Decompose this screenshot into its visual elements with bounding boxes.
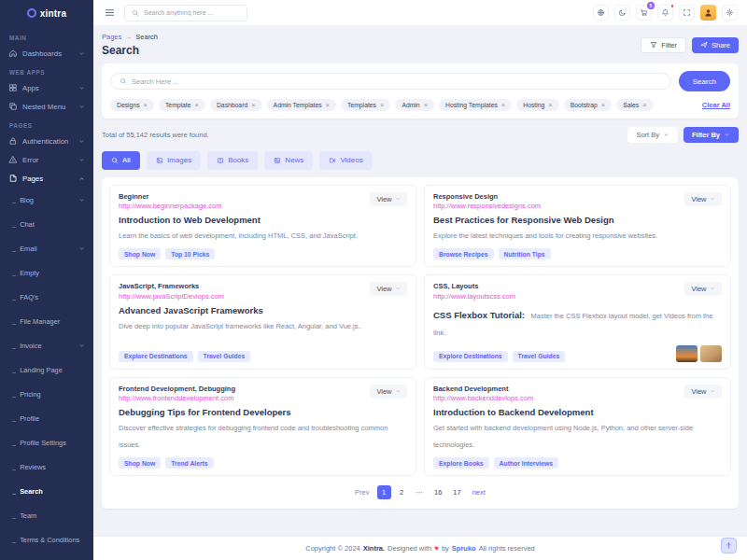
result-type-tab[interactable]: News <box>264 151 313 170</box>
global-search-input[interactable] <box>144 9 240 16</box>
result-url[interactable]: http://www.responsivedesigns.com <box>433 202 541 210</box>
sort-by-dropdown[interactable]: Sort By <box>627 127 678 143</box>
app-logo[interactable]: xintra <box>0 0 93 26</box>
search-input[interactable] <box>132 77 662 86</box>
sidebar-subitem[interactable]: Empty <box>0 260 93 285</box>
breadcrumb-parent[interactable]: Pages <box>102 33 121 41</box>
sidebar-subitem[interactable]: Timeline <box>0 552 93 560</box>
result-tag[interactable]: Shop Now <box>119 457 161 469</box>
result-tag[interactable]: Trend Alerts <box>165 457 213 469</box>
sidebar-item[interactable]: Error <box>0 150 93 169</box>
filter-tag[interactable]: Bootstrap <box>564 99 612 111</box>
scroll-to-top-button[interactable] <box>721 538 737 553</box>
view-button[interactable]: View <box>370 282 407 296</box>
sidebar-subitem[interactable]: Chat <box>0 212 93 236</box>
view-button[interactable]: View <box>370 192 407 206</box>
user-avatar[interactable] <box>700 5 716 21</box>
result-type-tabs: All Images Books News <box>102 151 739 170</box>
result-type-tab[interactable]: Videos <box>319 151 372 170</box>
view-button[interactable]: View <box>684 192 722 206</box>
sidebar-subitem[interactable]: Profile <box>0 406 93 430</box>
pagination-page[interactable]: 17 <box>449 485 464 499</box>
sidebar-item[interactable]: Dashboards <box>0 44 93 63</box>
clear-all-link[interactable]: Clear All <box>702 101 730 109</box>
filter-tag[interactable]: Dashboard <box>210 99 262 111</box>
result-tag[interactable]: Browse Recipes <box>433 248 494 259</box>
thumbnail-image[interactable] <box>700 345 722 362</box>
result-tag[interactable]: Nutrition Tips <box>499 248 551 259</box>
pagination-prev[interactable]: Prev <box>351 485 373 499</box>
result-type-tab[interactable]: Books <box>207 151 258 170</box>
sidebar-subitem[interactable]: Email <box>0 236 93 260</box>
sidebar-subitem[interactable]: FAQ's <box>0 285 93 309</box>
settings-button[interactable] <box>722 5 738 21</box>
view-button[interactable]: View <box>684 385 722 399</box>
pagination-page[interactable]: 1 <box>377 485 391 499</box>
result-tag[interactable]: Author Interviews <box>494 457 558 469</box>
chevron-down-icon <box>710 196 716 203</box>
sidebar-subitem[interactable]: Landing Page <box>0 357 93 382</box>
sidebar-item[interactable]: Pages <box>0 169 93 188</box>
result-tag[interactable]: Explore Books <box>433 457 489 469</box>
app-window: xintra Main Dashboards <box>0 0 747 560</box>
result-tag[interactable]: Top 10 Picks <box>165 248 215 259</box>
filter-by-dropdown[interactable]: Filter By <box>684 127 739 143</box>
sidebar-item[interactable]: Nested Menu <box>0 97 93 116</box>
result-tag[interactable]: Travel Guides <box>513 351 566 362</box>
dark-mode-button[interactable] <box>614 5 630 21</box>
fullscreen-button[interactable] <box>679 5 695 21</box>
filter-tag[interactable]: Template <box>159 99 205 111</box>
sidebar-subitem[interactable]: Reviews <box>0 455 93 479</box>
sidebar-subitem[interactable]: Terms & Conditions <box>0 527 93 552</box>
filter-tag[interactable]: Templates <box>341 99 390 111</box>
sidebar-subitem[interactable]: Pricing <box>0 382 93 406</box>
person-icon <box>703 7 713 18</box>
filter-tag[interactable]: Hosting <box>516 99 558 111</box>
notifications-button[interactable] <box>657 5 673 21</box>
language-button[interactable] <box>593 5 609 21</box>
filter-tag[interactable]: Sales <box>616 99 653 111</box>
filter-tag[interactable]: Admin Templates <box>267 99 336 111</box>
menu-toggle-button[interactable] <box>103 7 116 20</box>
result-type-tab[interactable]: All <box>102 151 140 170</box>
result-tag[interactable]: Shop Now <box>119 248 161 259</box>
result-category: Responsive Design <box>433 192 541 201</box>
sidebar-subitem[interactable]: Profile Settings <box>0 430 93 455</box>
result-url[interactable]: http://www.layoutscss.com <box>433 292 515 301</box>
pagination-page[interactable]: 16 <box>430 485 445 499</box>
sidebar-subitem[interactable]: Search <box>0 479 93 503</box>
page-header: Pages Search Search Filter Share <box>102 33 739 57</box>
sidebar-subitem[interactable]: File Manager <box>0 309 93 333</box>
search-submit-button[interactable]: Search <box>679 71 730 91</box>
chevron-down-icon <box>395 388 402 395</box>
result-url[interactable]: http://www.backenddevlops.com <box>433 394 533 402</box>
result-url[interactable]: http://www.javaScriptDevlops.com <box>119 292 224 301</box>
share-button[interactable]: Share <box>692 37 739 53</box>
sidebar-subitem[interactable]: Team <box>0 503 93 527</box>
pagination-page[interactable]: 2 <box>395 485 409 499</box>
global-search <box>124 5 247 21</box>
thumbnail-image[interactable] <box>676 345 698 362</box>
result-tag[interactable]: Explore Destinations <box>119 351 193 362</box>
filter-tag[interactable]: Designs <box>110 99 154 111</box>
bell-icon <box>661 8 669 17</box>
result-url[interactable]: http://www.beginnerpackage.com <box>119 202 221 210</box>
filter-tag[interactable]: Hosting Templates <box>439 99 512 111</box>
filter-tag[interactable]: Admin <box>395 99 434 111</box>
sidebar-subitem[interactable]: Invoice <box>0 333 93 357</box>
result-tag[interactable]: Explore Destinations <box>433 351 508 362</box>
result-tag[interactable]: Travel Guides <box>198 351 251 362</box>
result-url[interactable]: http://www.frontenddevelopment.com <box>119 394 235 402</box>
filter-button[interactable]: Filter <box>641 37 686 53</box>
pagination-page[interactable]: ⋯ <box>413 485 428 499</box>
footer-author-link[interactable]: Spruko <box>452 544 476 553</box>
sidebar-subitem[interactable]: Blog <box>0 188 93 212</box>
cart-button[interactable]: 5 <box>636 5 652 21</box>
result-type-tab[interactable]: Images <box>147 151 201 170</box>
chevron-down-icon <box>663 132 669 138</box>
view-button[interactable]: View <box>370 385 407 399</box>
sidebar-item[interactable]: Authentication <box>0 132 93 150</box>
view-button[interactable]: View <box>684 282 722 296</box>
sidebar-item[interactable]: Apps <box>0 78 93 97</box>
pagination-next[interactable]: next <box>469 485 489 499</box>
